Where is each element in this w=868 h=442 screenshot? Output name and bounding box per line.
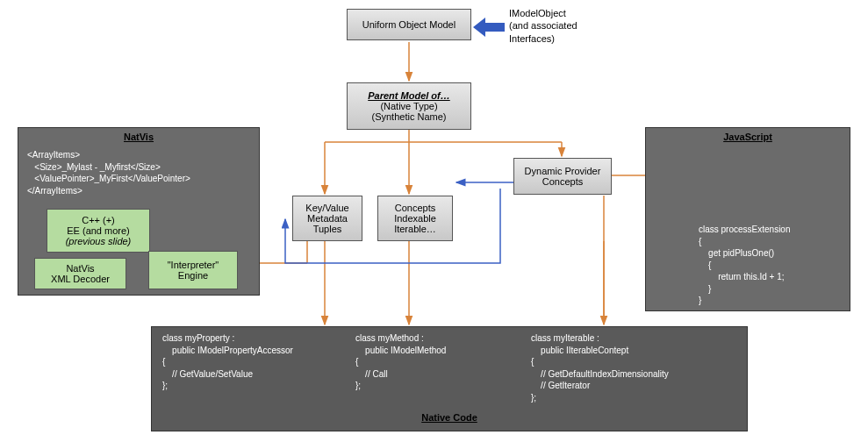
concepts-node: Concepts Indexable Iterable… — [377, 196, 453, 241]
natvis-interpreter-box: "Interpreter" Engine — [148, 251, 238, 289]
native-class2: class myMethod : public IModelMethod { /… — [345, 327, 520, 409]
parent-model-line1: (Native Type) — [380, 101, 437, 111]
native-code-panel: class myProperty : public IModelProperty… — [151, 326, 748, 431]
natvis-decoder-box: NatVis XML Decoder — [34, 258, 126, 289]
natvis-cpp-box: C++ (+) EE (and more) (previous slide) — [47, 209, 150, 253]
javascript-code: class processExtension { get pidPlusOne(… — [690, 220, 800, 310]
natvis-panel: NatVis <ArrayItems> <Size>_Mylast - _Myf… — [18, 127, 260, 296]
javascript-title: JavaScript — [646, 128, 850, 146]
native-class3: class myIterable : public IIterableConte… — [520, 327, 731, 409]
imodelobject-annotation: IModelObject (and associated Interfaces) — [509, 7, 577, 45]
natvis-title: NatVis — [18, 128, 259, 146]
keyvalue-node: Key/Value Metadata Tuples — [292, 196, 362, 241]
javascript-panel: JavaScript class processExtension { get … — [645, 127, 850, 311]
svg-marker-19 — [473, 18, 505, 37]
parent-model-title: Parent Model of… — [368, 90, 450, 101]
parent-model-node: Parent Model of… (Native Type) (Syntheti… — [347, 82, 471, 130]
uniform-object-model-node: Uniform Object Model — [347, 9, 471, 40]
natvis-code: <ArrayItems> <Size>_Mylast - _Myfirst</S… — [18, 146, 259, 200]
native-class1: class myProperty : public IModelProperty… — [152, 327, 345, 409]
parent-model-line2: (Synthetic Name) — [372, 111, 447, 122]
native-code-title: Native Code — [152, 409, 747, 428]
dynamic-provider-node: Dynamic Provider Concepts — [513, 158, 612, 195]
uom-label: Uniform Object Model — [362, 19, 456, 30]
imodelobject-arrow — [473, 18, 505, 37]
